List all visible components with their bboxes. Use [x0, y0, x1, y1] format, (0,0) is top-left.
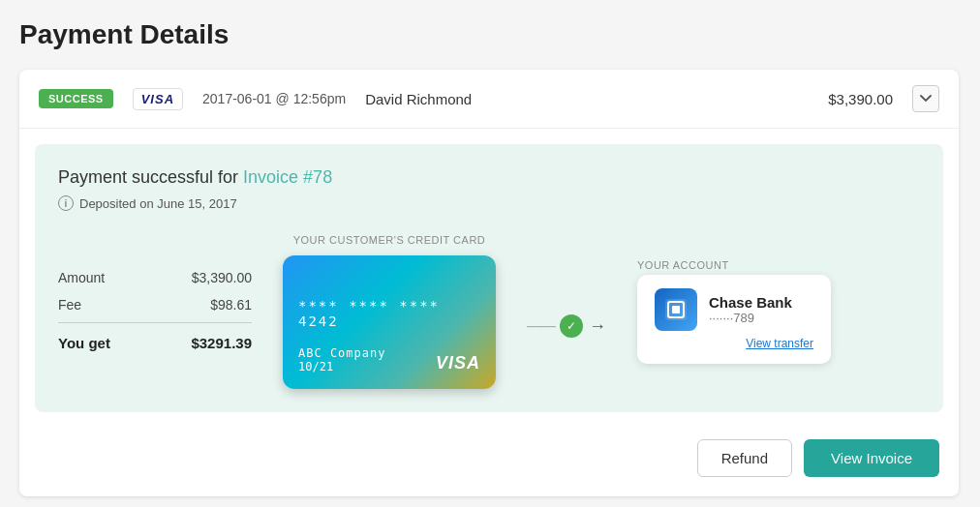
amount-value: $3,390.00 — [192, 270, 252, 285]
header-row: SUCCESS VISA 2017-06-01 @ 12:56pm David … — [19, 70, 959, 129]
footer-row: Refund View Invoice — [19, 428, 959, 496]
you-get-row: You get $3291.39 — [58, 327, 252, 359]
credit-card-section-label: YOUR CUSTOMER'S CREDIT CARD — [293, 234, 486, 246]
view-invoice-button[interactable]: View Invoice — [804, 439, 939, 477]
credit-card-visual: **** **** **** 4242 ABC Company 10/21 VI… — [283, 255, 496, 389]
deposit-date: Deposited on June 15, 2017 — [79, 196, 237, 211]
transaction-date: 2017-06-01 @ 12:56pm — [202, 91, 346, 106]
amounts-table: Amount $3,390.00 Fee $98.61 You get $329… — [58, 264, 252, 359]
card-bottom: ABC Company 10/21 VISA — [298, 346, 480, 373]
view-transfer-link[interactable]: View transfer — [655, 337, 813, 350]
fee-value: $98.61 — [210, 297, 252, 313]
bank-info: Chase Bank ·······789 — [709, 294, 792, 325]
bank-name: Chase Bank — [709, 294, 792, 311]
divider — [58, 322, 252, 323]
payment-content: Payment successful for Invoice #78 i Dep… — [35, 144, 943, 412]
dropdown-button[interactable] — [912, 85, 939, 112]
arrow-right-icon: → — [589, 316, 606, 337]
credit-card-section: YOUR CUSTOMER'S CREDIT CARD **** **** **… — [283, 234, 496, 389]
deposit-info: i Deposited on June 15, 2017 — [58, 195, 920, 211]
account-top: Chase Bank ·······789 — [655, 288, 813, 331]
visa-logo: VISA — [436, 353, 480, 373]
customer-name: David Richmond — [365, 91, 809, 107]
invoice-link[interactable]: Invoice #78 — [243, 167, 332, 187]
fee-label: Fee — [58, 297, 81, 313]
card-number: **** **** **** 4242 — [298, 298, 480, 329]
you-get-value: $3291.39 — [191, 335, 252, 351]
refund-button[interactable]: Refund — [697, 439, 792, 477]
card-type-badge: VISA — [133, 88, 183, 110]
amount-row: Amount $3,390.00 — [58, 264, 252, 291]
payment-details-card: SUCCESS VISA 2017-06-01 @ 12:56pm David … — [19, 70, 959, 496]
bank-logo — [655, 288, 697, 331]
info-icon: i — [58, 195, 74, 211]
you-get-label: You get — [58, 335, 110, 351]
transfer-arrow: —— ✓ → — [527, 314, 606, 338]
main-content-row: Amount $3,390.00 Fee $98.61 You get $329… — [58, 234, 920, 389]
status-badge: SUCCESS — [39, 89, 113, 108]
fee-row: Fee $98.61 — [58, 291, 252, 318]
page-title: Payment Details — [19, 19, 961, 50]
card-company: ABC Company — [298, 346, 385, 360]
transaction-amount: $3,390.00 — [828, 91, 893, 107]
account-number: ·······789 — [709, 311, 792, 325]
amount-label: Amount — [58, 270, 105, 285]
payment-success-title: Payment successful for Invoice #78 — [58, 167, 920, 188]
account-section-label: YOUR ACCOUNT — [637, 259, 729, 271]
svg-rect-2 — [672, 306, 680, 313]
account-section: YOUR ACCOUNT Chase Bank ·······7 — [637, 259, 831, 364]
dash-line: —— — [527, 317, 554, 335]
card-expiry: 10/21 — [298, 360, 385, 373]
check-icon: ✓ — [560, 314, 583, 338]
account-card: Chase Bank ·······789 View transfer — [637, 275, 831, 364]
